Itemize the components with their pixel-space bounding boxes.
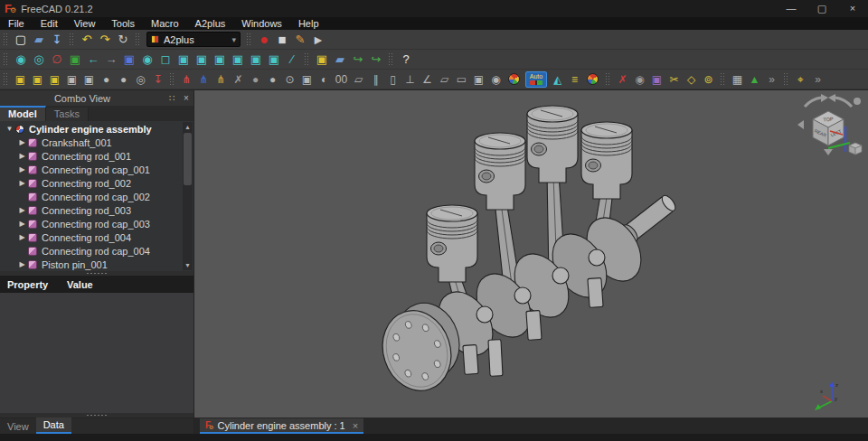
- a2p-axis-coincident[interactable]: ▱: [350, 70, 367, 89]
- make-link[interactable]: ↪: [349, 51, 367, 69]
- left-view[interactable]: ▣: [265, 51, 283, 69]
- tree-item[interactable]: Connecting rod cap_004: [0, 244, 182, 258]
- scroll-up-icon[interactable]: ▲: [183, 122, 193, 132]
- tab-view[interactable]: View: [0, 419, 36, 434]
- a2p-find-constraint[interactable]: ◉: [631, 70, 648, 89]
- toolbar-handle[interactable]: [720, 72, 725, 87]
- select-element[interactable]: ▣: [66, 51, 84, 69]
- toolbar-handle[interactable]: [69, 33, 74, 47]
- a2p-hierarchy-tree[interactable]: ▲: [746, 70, 763, 89]
- tree-item[interactable]: Connecting rod cap_002: [0, 190, 182, 203]
- a2p-suppress-constraint[interactable]: ✂: [665, 70, 683, 89]
- engine-3d-model[interactable]: [194, 90, 868, 418]
- a2p-axis-plane-parallel[interactable]: ▯: [384, 70, 401, 89]
- macro-record[interactable]: ●: [255, 31, 273, 49]
- box-zoom[interactable]: ◎: [30, 51, 48, 69]
- toolbar-handle[interactable]: [3, 52, 8, 67]
- a2p-import-part-update[interactable]: ▣: [29, 70, 46, 89]
- a2p-move-part[interactable]: ▣: [80, 70, 98, 89]
- document-tab[interactable]: F ⚙ Cylinder engine assembly : 1 ×: [200, 418, 363, 434]
- a2p-point-on-line[interactable]: ⊙: [281, 70, 298, 89]
- tree-item[interactable]: ▼Cylinder engine assembly: [0, 122, 182, 136]
- nav-back[interactable]: ←: [84, 51, 102, 69]
- a2p-import-part[interactable]: ▣: [12, 70, 29, 89]
- tab-model[interactable]: Model: [0, 106, 46, 121]
- menu-macro[interactable]: Macro: [143, 17, 187, 30]
- whats-this[interactable]: ?: [397, 51, 415, 69]
- a2p-circular-edge-connect[interactable]: 00: [333, 70, 350, 89]
- draw-style[interactable]: ∅: [48, 51, 66, 69]
- a2p-axis-plane-normal[interactable]: ⊥: [401, 70, 419, 89]
- save-document[interactable]: ↧: [48, 31, 66, 49]
- scrollbar-thumb[interactable]: [184, 133, 192, 185]
- property-column-header[interactable]: Property: [0, 279, 67, 290]
- tree-item[interactable]: ▶Connecting rod_004: [0, 230, 182, 244]
- expander-icon[interactable]: ▶: [16, 138, 28, 146]
- a2p-circular-edge[interactable]: ●: [247, 70, 264, 89]
- a2p-center-of-mass[interactable]: ▣: [470, 70, 487, 89]
- toolbar-handle[interactable]: [3, 33, 8, 47]
- a2p-auto-solve-toggle[interactable]: Auto: [525, 71, 547, 88]
- expander-icon[interactable]: ▶: [16, 220, 28, 228]
- menu-help[interactable]: Help: [290, 17, 327, 30]
- a2p-edit-tool[interactable]: [587, 73, 599, 85]
- menu-a2plus[interactable]: A2plus: [187, 17, 234, 30]
- nav-face-top[interactable]: TOP: [823, 117, 834, 123]
- open-document[interactable]: ▰: [30, 31, 48, 49]
- expander-icon[interactable]: ▶: [16, 233, 28, 241]
- fit-all[interactable]: ◉: [12, 51, 30, 69]
- expander-icon[interactable]: ▶: [16, 206, 28, 214]
- close-button[interactable]: ×: [837, 0, 868, 17]
- tree-item[interactable]: ▶Crankshaft_001: [0, 136, 182, 149]
- a2p-planes-parallel[interactable]: ▱: [436, 70, 453, 89]
- a2p-convert-absolute[interactable]: ▦: [729, 70, 746, 89]
- home-view[interactable]: ▣: [120, 51, 138, 69]
- a2p-axis-parallel[interactable]: ∥: [367, 70, 384, 89]
- toolbar-handle[interactable]: [169, 72, 175, 87]
- expander-icon[interactable]: ▶: [16, 179, 28, 187]
- toolbar-handle[interactable]: [135, 33, 140, 47]
- rear-view[interactable]: ▣: [229, 51, 247, 69]
- a2p-solve[interactable]: [508, 73, 520, 85]
- tree-item[interactable]: ▶Connecting rod_003: [0, 203, 182, 217]
- expander-icon[interactable]: ▶: [16, 152, 28, 160]
- a2p-flip-constraint[interactable]: ✗: [614, 70, 631, 89]
- menu-windows[interactable]: Windows: [233, 17, 290, 30]
- a2p-delete-constraint[interactable]: ✗: [230, 70, 247, 89]
- a2p-duplicate-part[interactable]: ●: [115, 70, 132, 89]
- a2p-point-identity[interactable]: ●: [264, 70, 281, 89]
- create-part[interactable]: ▣: [313, 51, 331, 69]
- minimize-button[interactable]: —: [776, 0, 807, 17]
- expander-icon[interactable]: ▶: [16, 165, 28, 174]
- a2p-place-part[interactable]: ●: [98, 70, 115, 89]
- front-view[interactable]: ▣: [175, 51, 193, 69]
- toolbar-handle[interactable]: [3, 72, 8, 87]
- create-group[interactable]: ▰: [331, 51, 349, 69]
- refresh[interactable]: ↻: [114, 31, 132, 49]
- toolbar-handle[interactable]: [605, 72, 610, 87]
- menu-edit[interactable]: Edit: [33, 17, 66, 30]
- a2p-show-labels[interactable]: ◇: [683, 70, 700, 89]
- menu-view[interactable]: View: [66, 17, 104, 30]
- tab-data[interactable]: Data: [36, 418, 71, 434]
- make-sub-link[interactable]: ↪: [367, 51, 385, 69]
- value-column-header[interactable]: Value: [67, 279, 193, 290]
- close-panel-button[interactable]: ×: [179, 93, 193, 103]
- toolbar-handle[interactable]: [783, 72, 788, 87]
- a2p-show-hide-parts[interactable]: ▣: [648, 70, 665, 89]
- a2p-point-on-plane[interactable]: ▣: [298, 70, 316, 89]
- a2p-shape-ring[interactable]: ◎: [132, 70, 149, 89]
- measure-distance[interactable]: ∕: [283, 51, 301, 69]
- tree-item[interactable]: ▶Connecting rod cap_003: [0, 217, 182, 230]
- a2p-constraint-tripod-1[interactable]: ⋔: [178, 70, 195, 89]
- tree-item[interactable]: ▶Connecting rod_002: [0, 176, 182, 190]
- undo[interactable]: ↶: [78, 31, 96, 49]
- toolbar-handle[interactable]: [304, 52, 309, 67]
- bottom-view[interactable]: ▣: [247, 51, 265, 69]
- top-view[interactable]: ▣: [193, 51, 211, 69]
- 3d-viewport[interactable]: TOP REAR LEFT: [194, 90, 868, 418]
- a2p-sphere-center[interactable]: ◐: [316, 70, 333, 89]
- a2p-save-and-exit[interactable]: ↧: [149, 70, 166, 89]
- maximize-button[interactable]: ▢: [807, 0, 837, 17]
- a2p-update-imported-parts[interactable]: ▣: [46, 70, 63, 89]
